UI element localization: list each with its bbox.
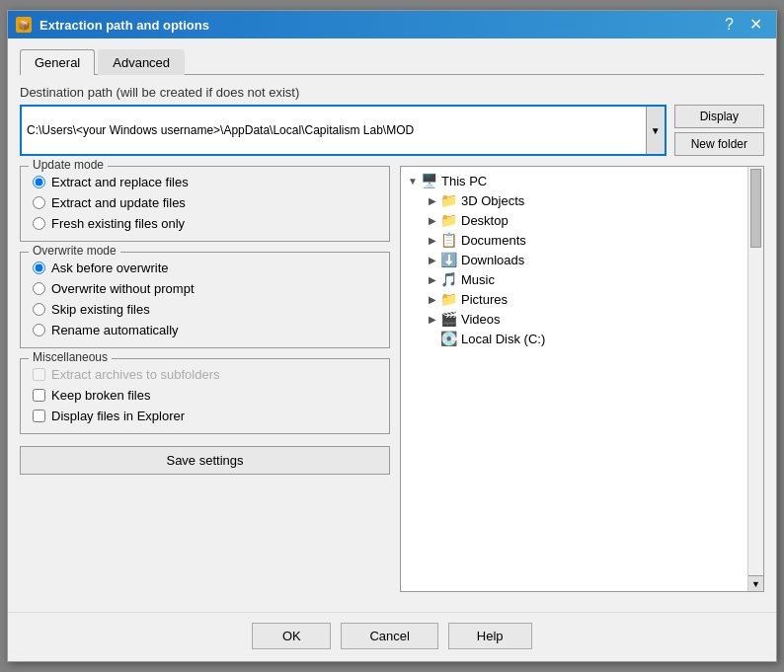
label-local-disk: Local Disk (C:) [461,332,545,346]
icon-music: 🎵 [440,271,457,287]
check-display-explorer[interactable]: Display files in Explorer [33,409,377,423]
radio-skip-existing[interactable]: Skip existing files [33,302,377,317]
radio-extract-replace[interactable]: Extract and replace files [33,175,377,189]
tree-item-this-pc[interactable]: ▼ 🖥️ This PC [405,171,759,190]
ok-button[interactable]: OK [252,623,331,649]
path-input[interactable] [22,107,646,154]
radio-rename-auto[interactable]: Rename automatically [33,323,377,337]
display-button[interactable]: Display [674,105,764,128]
main-dialog: 📦 Extraction path and options ? ✕ Genera… [7,10,777,662]
destination-label: Destination path (will be created if doe… [20,85,764,100]
misc-group: Miscellaneous Extract archives to subfol… [20,358,390,434]
left-panel: Update mode Extract and replace files Ex… [20,166,390,592]
main-content: Update mode Extract and replace files Ex… [20,166,764,592]
radio-fresh-existing-label: Fresh existing files only [51,216,185,231]
check-display-explorer-label: Display files in Explorer [51,409,185,423]
scroll-down-arrow[interactable]: ▼ [748,575,763,591]
radio-extract-update[interactable]: Extract and update files [33,195,377,210]
path-input-wrap: ▼ [20,105,666,156]
dialog-title: Extraction path and options [39,18,719,33]
icon-documents: 📋 [440,232,457,248]
radio-fresh-existing[interactable]: Fresh existing files only [33,216,377,231]
label-this-pc: This PC [441,174,487,188]
label-music: Music [461,272,495,287]
icon-local-disk: 💽 [440,331,457,346]
window-controls: ? ✕ [719,17,768,33]
app-icon: 📦 [16,17,32,33]
radio-extract-update-label: Extract and update files [51,195,186,210]
expander-3d-objects[interactable]: ▶ [425,195,440,206]
check-keep-broken-label: Keep broken files [51,388,150,403]
help-title-button[interactable]: ? [719,17,740,33]
label-pictures: Pictures [461,292,508,307]
dialog-body: General Advanced Destination path (will … [8,38,776,604]
dialog-footer: OK Cancel Help [8,612,776,661]
misc-title: Miscellaneous [29,350,112,364]
expander-music[interactable]: ▶ [425,274,440,285]
new-folder-button[interactable]: New folder [674,132,764,156]
icon-this-pc: 🖥️ [421,173,437,188]
update-mode-group: Update mode Extract and replace files Ex… [20,166,390,242]
radio-extract-replace-label: Extract and replace files [51,175,189,189]
radio-overwrite-no-prompt-label: Overwrite without prompt [51,281,195,296]
tab-bar: General Advanced [20,48,764,75]
overwrite-mode-title: Overwrite mode [29,244,120,258]
check-extract-subfolders: Extract archives to subfolders [33,367,377,382]
check-extract-subfolders-label: Extract archives to subfolders [51,367,220,382]
close-button[interactable]: ✕ [744,17,768,33]
icon-desktop: 📁 [440,212,457,228]
check-keep-broken[interactable]: Keep broken files [33,388,377,403]
file-tree-panel: ▼ 🖥️ This PC ▶ 📁 3D Objects ▶ 📁 D [400,166,764,592]
tree-item-local-disk[interactable]: 💽 Local Disk (C:) [405,329,759,348]
tree-item-downloads[interactable]: ▶ ⬇️ Downloads [405,250,759,269]
expander-desktop[interactable]: ▶ [425,215,440,226]
update-mode-title: Update mode [29,158,108,172]
expander-pictures[interactable]: ▶ [425,294,440,305]
expander-this-pc[interactable]: ▼ [405,176,421,187]
save-settings-button[interactable]: Save settings [20,446,390,475]
tree-item-desktop[interactable]: ▶ 📁 Desktop [405,210,759,230]
overwrite-mode-group: Overwrite mode Ask before overwrite Over… [20,252,390,348]
path-dropdown-button[interactable]: ▼ [646,107,665,154]
tree-item-3d-objects[interactable]: ▶ 📁 3D Objects [405,190,759,210]
scrollbar[interactable]: ▼ [747,167,763,591]
scrollbar-thumb[interactable] [750,169,761,248]
icon-videos: 🎬 [440,311,457,327]
expander-downloads[interactable]: ▶ [425,255,440,265]
radio-overwrite-no-prompt[interactable]: Overwrite without prompt [33,281,377,296]
label-videos: Videos [461,312,501,327]
icon-3d-objects: 📁 [440,192,457,208]
expander-documents[interactable]: ▶ [425,235,440,246]
label-documents: Documents [461,233,526,248]
label-downloads: Downloads [461,253,524,267]
destination-buttons: Display New folder [674,105,764,156]
tab-general[interactable]: General [20,49,95,75]
destination-row: ▼ Display New folder [20,105,764,156]
label-desktop: Desktop [461,213,509,228]
radio-ask-before[interactable]: Ask before overwrite [33,261,377,275]
radio-rename-auto-label: Rename automatically [51,323,179,337]
radio-skip-existing-label: Skip existing files [51,302,150,317]
title-bar: 📦 Extraction path and options ? ✕ [8,11,776,38]
icon-pictures: 📁 [440,291,457,307]
help-button[interactable]: Help [448,623,532,649]
icon-downloads: ⬇️ [440,252,457,267]
expander-videos[interactable]: ▶ [425,314,440,325]
tree-item-videos[interactable]: ▶ 🎬 Videos [405,309,759,329]
radio-ask-before-label: Ask before overwrite [51,261,169,275]
tree-item-documents[interactable]: ▶ 📋 Documents [405,230,759,250]
file-tree[interactable]: ▼ 🖥️ This PC ▶ 📁 3D Objects ▶ 📁 D [401,167,763,591]
label-3d-objects: 3D Objects [461,193,524,208]
tree-item-pictures[interactable]: ▶ 📁 Pictures [405,289,759,309]
cancel-button[interactable]: Cancel [341,623,437,649]
tree-item-music[interactable]: ▶ 🎵 Music [405,269,759,289]
tab-advanced[interactable]: Advanced [98,49,185,75]
